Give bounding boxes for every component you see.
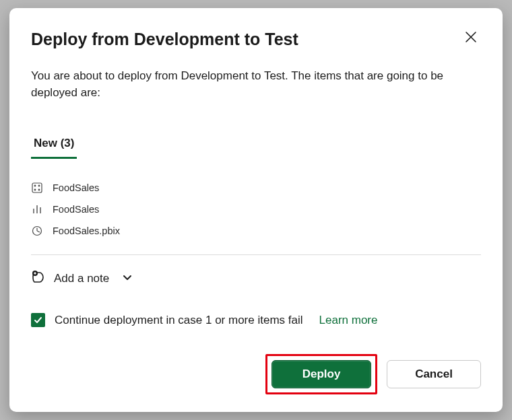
svg-point-2 xyxy=(38,185,40,186)
report-icon xyxy=(31,203,43,215)
svg-point-3 xyxy=(34,189,36,190)
close-icon xyxy=(465,35,477,45)
continue-on-fail-row: Continue deployment in case 1 or more it… xyxy=(31,313,481,327)
cancel-button[interactable]: Cancel xyxy=(387,360,481,388)
continue-on-fail-checkbox[interactable] xyxy=(31,313,45,327)
dashboard-icon xyxy=(31,225,43,237)
list-item: FoodSales xyxy=(31,203,481,215)
add-note-label: Add a note xyxy=(54,272,109,285)
deploy-button[interactable]: Deploy xyxy=(271,360,371,388)
check-icon xyxy=(33,315,43,325)
continue-on-fail-label: Continue deployment in case 1 or more it… xyxy=(55,314,303,327)
chevron-down-icon xyxy=(121,271,133,286)
close-button[interactable] xyxy=(461,27,481,47)
dialog-title: Deploy from Development to Test xyxy=(31,30,298,49)
item-name: FoodSales.pbix xyxy=(53,225,120,236)
semantic-model-icon xyxy=(31,182,43,194)
learn-more-link[interactable]: Learn more xyxy=(319,314,378,327)
dialog-footer: Deploy Cancel xyxy=(31,354,481,394)
item-list: FoodSales FoodSales FoodSales.pbix xyxy=(31,182,481,237)
note-icon xyxy=(31,270,46,287)
item-name: FoodSales xyxy=(53,182,99,193)
add-note-toggle[interactable]: Add a note xyxy=(31,270,481,287)
svg-point-1 xyxy=(34,185,36,186)
svg-point-4 xyxy=(38,189,40,190)
list-item: FoodSales.pbix xyxy=(31,225,481,237)
tab-new[interactable]: New (3) xyxy=(31,137,77,159)
dialog-header: Deploy from Development to Test xyxy=(31,27,481,49)
divider xyxy=(31,254,481,255)
deploy-highlight: Deploy xyxy=(265,354,377,394)
tabs: New (3) xyxy=(31,137,481,159)
svg-rect-0 xyxy=(32,183,42,193)
item-name: FoodSales xyxy=(53,204,99,215)
dialog-description: You are about to deploy from Development… xyxy=(31,68,476,101)
list-item: FoodSales xyxy=(31,182,481,194)
deploy-dialog: Deploy from Development to Test You are … xyxy=(9,8,503,412)
